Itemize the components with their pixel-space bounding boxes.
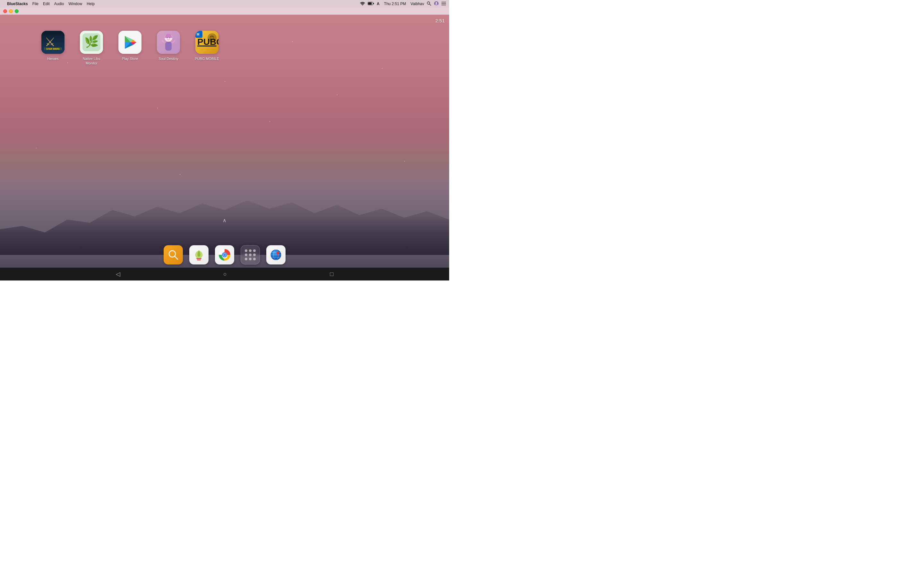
playstore-label: Play Store [122,56,138,61]
nativelibsmonitor-icon[interactable]: 🌿 [80,31,103,54]
window-chrome [0,8,449,15]
svg-point-45 [276,251,279,254]
sparkle-5 [382,68,383,69]
dot-9 [253,258,256,260]
svg-rect-12 [41,31,65,54]
dot-2 [249,250,252,252]
app-drawer-dots [242,246,259,263]
sparkle-7 [270,121,270,122]
dot-1 [245,250,247,252]
menu-edit[interactable]: Edit [43,2,50,6]
svg-point-0 [362,5,363,5]
souldestiny-label: Soul Destiny [158,56,178,61]
recents-button[interactable]: □ [330,271,333,277]
svg-line-34 [174,256,178,259]
menubar-time: Thu 2:51 PM [384,2,406,6]
svg-text:⚔: ⚔ [45,35,55,49]
app-pubgmobile[interactable]: PUBG ⛑ M PUBG MOBILE [192,31,221,66]
pubgmobile-icon[interactable]: PUBG ⛑ M [195,31,218,54]
desktop-icons-row: ⚔ STAR WARS Heroes 🌿 Native Libs Monitor [0,15,449,66]
svg-rect-36 [196,258,202,259]
svg-rect-25 [165,42,172,51]
svg-point-7 [436,2,437,4]
app-souldestiny[interactable]: Soul Destiny [154,31,183,66]
svg-rect-11 [41,31,65,54]
souldestiny-icon[interactable] [157,31,180,54]
wifi-icon [360,2,365,6]
dock-bluestacks[interactable] [189,245,208,264]
dot-7 [245,258,247,260]
menu-help[interactable]: Help [87,2,95,6]
nativelibsmonitor-label: Native Libs Monitor [77,56,106,66]
menu-audio[interactable]: Audio [54,2,64,6]
sparkle-8 [36,148,37,148]
heroes-label: Heroes [47,56,58,61]
dot-4 [245,253,247,256]
app-playstore[interactable]: Play Store [115,31,144,66]
app-nativelibsmonitor[interactable]: 🌿 Native Libs Monitor [77,31,106,66]
dock-browser[interactable] [266,245,286,264]
menu-file[interactable]: File [32,2,39,6]
menubar-username: Vaibhav [411,2,424,6]
close-button[interactable] [3,9,7,13]
sparkle-9 [404,161,405,161]
svg-rect-3 [368,3,372,5]
font-a-icon: A [376,2,380,6]
svg-text:STAR WARS: STAR WARS [46,48,60,50]
dot-6 [253,253,256,256]
drawer-handle[interactable]: ∧ [223,218,226,223]
sparkle-10 [180,174,180,175]
svg-line-5 [430,4,431,5]
battery-icon [368,2,374,6]
dot-3 [253,250,256,252]
android-screen: 2:51 ⚔ [0,15,449,280]
dot-5 [249,253,252,256]
app-heroes[interactable]: ⚔ STAR WARS Heroes [39,31,67,66]
svg-text:M: M [197,33,199,36]
heroes-icon[interactable]: ⚔ STAR WARS [41,31,65,54]
svg-rect-2 [373,3,374,4]
dock-chrome[interactable] [215,245,234,264]
back-button[interactable]: ◁ [116,271,120,277]
svg-point-24 [170,37,170,39]
svg-text:🌿: 🌿 [84,35,99,48]
sparkle-6 [157,108,158,108]
mac-menubar: BlueStacks File Edit Audio Window Help A… [0,0,449,8]
sparkle-3 [225,81,225,82]
lines-menu-icon[interactable] [441,2,446,6]
dock-bar [0,242,449,268]
maximize-button[interactable] [15,9,19,13]
minimize-button[interactable] [9,9,13,13]
sparkle-4 [337,95,338,95]
playstore-icon[interactable] [118,31,142,54]
menu-window[interactable]: Window [68,2,82,6]
svg-point-23 [167,37,168,39]
android-navbar: ◁ ○ □ [0,268,449,280]
dot-8 [249,258,252,260]
pubgmobile-label: PUBG MOBILE [195,56,219,61]
svg-point-40 [223,253,226,256]
home-button[interactable]: ○ [223,271,227,277]
menubar-right: A Thu 2:51 PM Vaibhav [360,1,446,7]
app-name[interactable]: BlueStacks [7,2,28,6]
svg-text:⛑: ⛑ [210,35,215,41]
svg-rect-28 [197,45,216,47]
avatar-icon [434,1,439,7]
dock-appdrawer[interactable] [241,245,260,264]
dock-search[interactable] [164,245,183,264]
menu-items: BlueStacks File Edit Audio Window Help [7,2,360,6]
svg-rect-14 [44,47,62,50]
search-icon[interactable] [427,1,431,6]
